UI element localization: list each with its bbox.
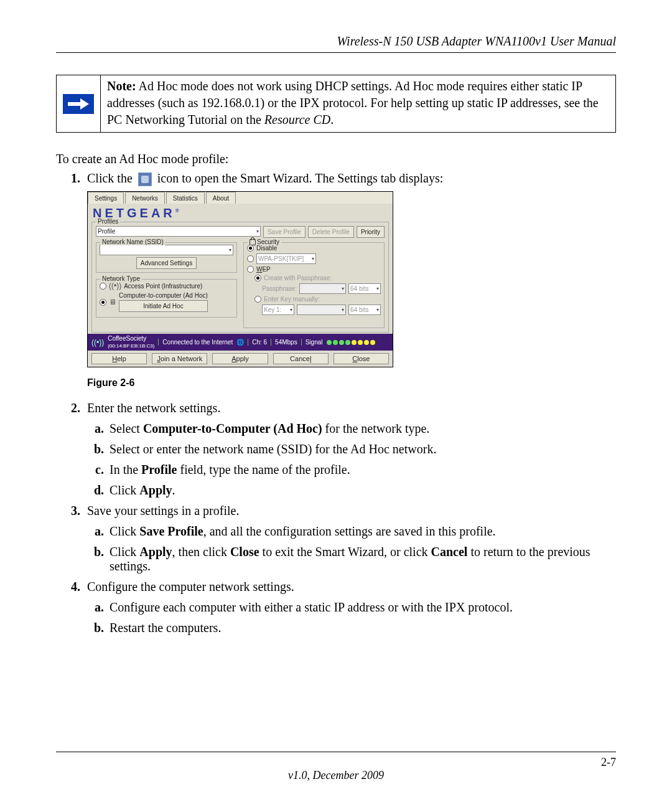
radio-adhoc[interactable] bbox=[100, 299, 106, 306]
tab-about[interactable]: About bbox=[206, 192, 236, 204]
step-3b: Click Apply, then click Close to exit th… bbox=[107, 545, 616, 573]
note-label: Note: bbox=[107, 79, 136, 93]
step-2b: Select or enter the network name (SSID) … bbox=[107, 442, 616, 456]
page-footer: 2-7 v1.0, December 2009 bbox=[56, 752, 616, 782]
ssid-group: Network Name (SSID) Advanced Settings bbox=[96, 242, 237, 273]
netgear-logo: NETGEAR® bbox=[88, 204, 393, 220]
version-text: v1.0, December 2009 bbox=[56, 769, 616, 782]
disable-label: Disable bbox=[256, 245, 277, 252]
arrow-right-icon bbox=[63, 94, 94, 114]
bits-dropdown-1[interactable]: 64 bits bbox=[348, 283, 381, 294]
key-dropdown[interactable]: Key 1: bbox=[262, 304, 294, 315]
tab-bar: Settings Networks Statistics About bbox=[88, 192, 393, 204]
apply-button[interactable]: Apply bbox=[212, 353, 268, 364]
step-2d: Click Apply. bbox=[107, 483, 616, 498]
computer-icon: 🖥 bbox=[109, 298, 116, 306]
ssid-legend: Network Name (SSID) bbox=[100, 238, 166, 245]
step1-pre: Click the bbox=[87, 171, 136, 185]
radio-wpapsk[interactable] bbox=[247, 255, 254, 262]
close-button[interactable]: Close bbox=[334, 353, 389, 364]
lock-icon bbox=[250, 239, 256, 245]
profiles-legend: Profiles bbox=[96, 218, 120, 225]
advanced-settings-button[interactable]: Advanced Settings bbox=[136, 257, 197, 269]
join-network-button[interactable]: Join a Network bbox=[152, 353, 207, 364]
priority-button[interactable]: Priority bbox=[357, 226, 385, 238]
note-box: Note: Ad Hoc mode does not work using DH… bbox=[56, 75, 616, 133]
step-4: Configure the computer network settings.… bbox=[83, 580, 616, 635]
key-input[interactable] bbox=[297, 304, 346, 315]
step-2a: Select Computer-to-Computer (Ad Hoc) for… bbox=[107, 422, 616, 436]
security-group: Security Disable WPA-PSK[TKIP] WEP Creat… bbox=[243, 242, 385, 328]
step-4b: Restart the computers. bbox=[107, 621, 616, 635]
radio-wep[interactable] bbox=[247, 266, 254, 273]
initiate-adhoc-button[interactable]: Initiate Ad Hoc bbox=[119, 300, 208, 312]
profiles-group: Profiles Profile Save Profile Delete Pro… bbox=[91, 222, 389, 333]
step4-text: Configure the computer network settings. bbox=[87, 580, 294, 593]
wep-label: WEP bbox=[256, 266, 271, 273]
passphrase-input[interactable] bbox=[299, 283, 346, 294]
save-profile-button[interactable]: Save Profile bbox=[263, 226, 306, 238]
radio-enter-key[interactable] bbox=[254, 296, 261, 303]
delete-profile-button[interactable]: Delete Profile bbox=[308, 226, 354, 238]
network-type-group: Network Type ((•))Access Point (Infrastr… bbox=[96, 279, 237, 318]
radio-disable[interactable] bbox=[247, 245, 254, 252]
radio-create-passphrase[interactable] bbox=[254, 275, 261, 281]
help-button[interactable]: Help bbox=[91, 353, 147, 364]
step-1: Click the icon to open the Smart Wizard.… bbox=[83, 171, 616, 389]
status-bar: ((•)) CoffeeSociety (00:14:BF:EB:1B:C3) … bbox=[88, 334, 393, 351]
page-number: 2-7 bbox=[601, 756, 616, 769]
create-passphrase-label: Create with Passphrase: bbox=[264, 275, 332, 281]
tab-statistics[interactable]: Statistics bbox=[166, 192, 205, 204]
step-2: Enter the network settings. Select Compu… bbox=[83, 401, 616, 498]
network-type-legend: Network Type bbox=[100, 275, 142, 282]
step-4a: Configure each computer with either a st… bbox=[107, 600, 616, 615]
passphrase-label: Passphrase: bbox=[262, 285, 297, 292]
note-italic: Resource CD bbox=[264, 113, 330, 126]
tab-networks[interactable]: Networks bbox=[125, 192, 165, 204]
figure-caption: Figure 2-6 bbox=[87, 377, 616, 389]
note-icon-cell bbox=[57, 75, 101, 132]
security-legend: Security bbox=[248, 238, 281, 245]
cancel-button[interactable]: Cancel bbox=[273, 353, 329, 364]
ssid-dropdown[interactable] bbox=[100, 245, 233, 255]
page-header: Wireless-N 150 USB Adapter WNA1100v1 Use… bbox=[56, 34, 616, 49]
step1-post: icon to open the Smart Wizard. The Setti… bbox=[154, 171, 444, 185]
settings-screenshot: Settings Networks Statistics About NETGE… bbox=[87, 191, 393, 367]
access-point-icon: ((•)) bbox=[109, 281, 121, 290]
note-body-2: . bbox=[330, 113, 334, 126]
intro-text: To create an Ad Hoc mode profile: bbox=[56, 150, 616, 168]
radio-access-point[interactable] bbox=[100, 283, 106, 290]
tab-settings[interactable]: Settings bbox=[88, 192, 124, 204]
bits-dropdown-2[interactable]: 64 bits bbox=[348, 304, 381, 315]
profile-dropdown[interactable]: Profile bbox=[96, 226, 261, 237]
main-steps: Click the icon to open the Smart Wizard.… bbox=[56, 171, 616, 635]
step3-text: Save your settings in a profile. bbox=[87, 504, 239, 517]
smart-wizard-icon bbox=[138, 172, 152, 186]
status-ch: 6 bbox=[264, 339, 268, 346]
header-rule bbox=[56, 52, 616, 53]
signal-antenna-icon: ((•)) bbox=[91, 338, 104, 347]
status-network-name: CoffeeSociety bbox=[108, 336, 146, 342]
access-point-label: Access Point (Infrastructure) bbox=[124, 283, 202, 290]
status-signal-label: Signal bbox=[301, 339, 323, 346]
adhoc-label: Computer-to-computer (Ad Hoc) bbox=[119, 292, 208, 299]
signal-strength-dots bbox=[327, 340, 375, 345]
step-2c: In the Profile field, type the name of t… bbox=[107, 463, 616, 477]
status-ch-label: Ch: bbox=[252, 339, 262, 346]
enter-key-label: Enter Key manually: bbox=[264, 296, 320, 303]
bottom-button-row: Help Join a Network Apply Cancel Close bbox=[88, 351, 393, 367]
status-rate: 54Mbps bbox=[271, 339, 297, 346]
globe-icon: 🌐 bbox=[236, 339, 244, 346]
step-3: Save your settings in a profile. Click S… bbox=[83, 504, 616, 573]
status-connection: Connected to the Internet bbox=[158, 339, 233, 346]
step-3a: Click Save Profile, and all the configur… bbox=[107, 524, 616, 539]
wpapsk-dropdown[interactable]: WPA-PSK[TKIP] bbox=[256, 253, 316, 264]
note-text: Note: Ad Hoc mode does not work using DH… bbox=[101, 75, 615, 132]
note-body-1: Ad Hoc mode does not work using DHCP set… bbox=[107, 79, 599, 126]
footer-rule bbox=[56, 752, 616, 752]
status-mac: (00:14:BF:EB:1B:C3) bbox=[108, 344, 154, 349]
step2-text: Enter the network settings. bbox=[87, 401, 220, 415]
